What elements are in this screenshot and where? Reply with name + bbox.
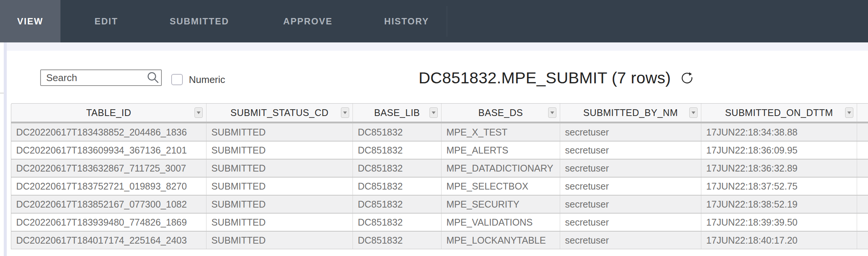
table-cell: MPE_DATADICTIONARY (442, 160, 560, 177)
table-cell: DC20220617T183632867_711725_3007 (11, 160, 206, 177)
table-row[interactable]: DC20220617T183852167_077300_1082 SUBMITT… (11, 195, 868, 213)
tab-edit[interactable]: EDIT (95, 0, 118, 42)
app-screen: VIEW EDIT SUBMITTED APPROVE HISTORY Nume… (0, 0, 868, 256)
table-cell: secretuser (560, 123, 701, 141)
table-cell: DC851832 (353, 196, 442, 213)
tab-view[interactable]: VIEW (0, 0, 60, 42)
table-cell: DC20220617T183939480_774826_1869 (11, 214, 206, 231)
table-cell: MPE_VALIDATIONS (442, 214, 560, 231)
table-cell: MPE_ALERTS (442, 142, 560, 159)
search-box (40, 69, 162, 86)
table-cell: SUBMITTED (206, 123, 353, 141)
table-cell: 17JUN22:18:34:38.88 (701, 123, 857, 141)
column-header-clipped (857, 104, 868, 122)
table-cell: 17JUN22:18:38:52.19 (701, 196, 857, 213)
table-row[interactable]: DC20220617T183632867_711725_3007 SUBMITT… (11, 159, 868, 177)
table-row[interactable]: DC20220617T183752721_019893_8270 SUBMITT… (11, 177, 868, 195)
table-cell: DC20220617T183752721_019893_8270 (11, 178, 206, 195)
table-cell: DC851832 (353, 123, 442, 141)
table-cell: MPE_X_TEST (442, 123, 560, 141)
filter-dropdown-icon (692, 111, 695, 114)
column-header-label: SUBMIT_STATUS_CD (231, 107, 329, 118)
table-cell: 17JUN22:18:36:09.95 (701, 142, 857, 159)
table-cell-clipped (857, 214, 868, 231)
refresh-icon (680, 71, 694, 84)
data-table: TABLE_ID SUBMIT_STATUS_CD BASE_LIB BASE_… (11, 103, 868, 249)
table-cell: DC851832 (353, 214, 442, 231)
table-body: DC20220617T183438852_204486_1836 SUBMITT… (11, 123, 868, 249)
title-row: DC851832.MPE_SUBMIT (7 rows) (419, 69, 694, 87)
table-cell: 17JUN22:18:40:17.20 (701, 232, 857, 249)
refresh-button[interactable] (680, 71, 694, 85)
table-cell: MPE_SELECTBOX (442, 178, 560, 195)
table-cell: DC20220617T183852167_077300_1082 (11, 196, 206, 213)
table-cell: SUBMITTED (206, 196, 353, 213)
table-row[interactable]: DC20220617T183609934_367136_2101 SUBMITT… (11, 141, 868, 159)
filter-button[interactable] (845, 107, 853, 118)
rail-divider (0, 93, 4, 93)
table-cell: DC851832 (353, 178, 442, 195)
column-header-base-ds: BASE_DS (442, 104, 560, 122)
table-cell: SUBMITTED (206, 178, 353, 195)
filter-button[interactable] (429, 107, 438, 118)
column-header-submitted-on-dttm: SUBMITTED_ON_DTTM (701, 104, 857, 122)
filter-button[interactable] (341, 107, 349, 118)
table-cell: DC851832 (353, 232, 442, 249)
vertical-scrollbar[interactable] (4, 42, 7, 256)
table-cell-clipped (857, 178, 868, 195)
content-card: Numeric DC851832.MPE_SUBMIT (7 rows) TAB… (7, 51, 868, 256)
tab-bar: VIEW EDIT SUBMITTED APPROVE HISTORY (0, 0, 868, 42)
table-cell-clipped (857, 142, 868, 159)
column-header-label: SUBMITTED_ON_DTTM (725, 107, 833, 118)
filter-dropdown-icon (847, 111, 851, 114)
column-header-label: BASE_DS (478, 107, 523, 118)
tab-approve[interactable]: APPROVE (283, 0, 332, 42)
table-row[interactable]: DC20220617T183438852_204486_1836 SUBMITT… (11, 123, 868, 141)
filter-button[interactable] (548, 107, 556, 118)
column-header-submitted-by-nm: SUBMITTED_BY_NM (560, 104, 701, 122)
table-header-row: TABLE_ID SUBMIT_STATUS_CD BASE_LIB BASE_… (11, 103, 868, 123)
column-header-table-id: TABLE_ID (11, 104, 206, 122)
filter-dropdown-icon (343, 111, 347, 114)
table-cell: MPE_SECURITY (442, 196, 560, 213)
table-cell: SUBMITTED (206, 232, 353, 249)
table-cell: secretuser (560, 142, 701, 159)
page-title: DC851832.MPE_SUBMIT (7 rows) (419, 69, 671, 87)
table-cell: secretuser (560, 178, 701, 195)
table-cell-clipped (857, 160, 868, 177)
table-cell: DC20220617T183609934_367136_2101 (11, 142, 206, 159)
filter-dropdown-icon (432, 111, 436, 114)
table-cell: DC851832 (353, 160, 442, 177)
tab-history[interactable]: HISTORY (384, 0, 429, 42)
table-cell-clipped (857, 232, 868, 249)
table-cell: 17JUN22:18:37:52.75 (701, 178, 857, 195)
numeric-checkbox-label: Numeric (189, 72, 225, 87)
tab-bar-divider (447, 6, 447, 37)
left-rail (0, 42, 4, 256)
table-cell: SUBMITTED (206, 214, 353, 231)
column-header-label: SUBMITTED_BY_NM (583, 107, 678, 118)
tab-submitted[interactable]: SUBMITTED (170, 0, 229, 42)
filter-dropdown-icon (197, 111, 200, 114)
table-cell: secretuser (560, 160, 701, 177)
table-cell: 17JUN22:18:39:39.50 (701, 214, 857, 231)
table-cell: DC851832 (353, 142, 442, 159)
filter-button[interactable] (194, 107, 203, 118)
table-cell-clipped (857, 123, 868, 141)
column-header-base-lib: BASE_LIB (353, 104, 442, 122)
table-cell: SUBMITTED (206, 160, 353, 177)
column-header-label: TABLE_ID (86, 107, 131, 118)
table-cell: SUBMITTED (206, 142, 353, 159)
numeric-checkbox[interactable] (171, 74, 183, 85)
table-cell: 17JUN22:18:36:32.89 (701, 160, 857, 177)
table-cell: secretuser (560, 232, 701, 249)
table-cell-clipped (857, 196, 868, 213)
search-input[interactable] (40, 69, 162, 86)
filter-button[interactable] (689, 107, 698, 118)
table-cell: secretuser (560, 196, 701, 213)
table-row[interactable]: DC20220617T183939480_774826_1869 SUBMITT… (11, 213, 868, 231)
table-cell: DC20220617T183438852_204486_1836 (11, 123, 206, 141)
column-header-submit-status-cd: SUBMIT_STATUS_CD (206, 104, 353, 122)
table-row[interactable]: DC20220617T184017174_225164_2403 SUBMITT… (11, 231, 868, 249)
table-cell: secretuser (560, 214, 701, 231)
